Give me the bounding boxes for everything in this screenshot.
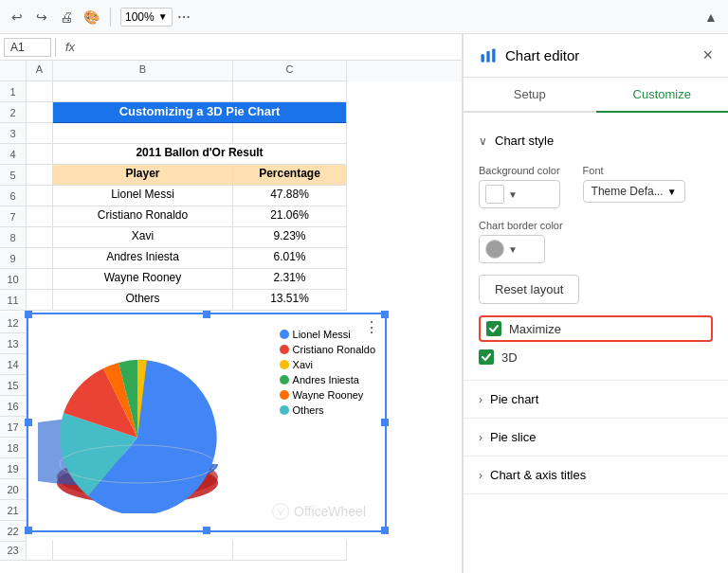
- zoom-selector[interactable]: 100% ▼: [120, 8, 173, 27]
- player-percentage[interactable]: 2.31%: [233, 269, 347, 290]
- legend-label-xavi: Xavi: [293, 359, 313, 370]
- legend-item-messi: Lionel Messi: [280, 329, 375, 340]
- tab-customize[interactable]: Customize: [596, 78, 729, 113]
- background-color-picker[interactable]: ▼: [479, 180, 560, 208]
- grid-cell[interactable]: [27, 248, 53, 269]
- player-percentage[interactable]: 21.06%: [233, 206, 347, 227]
- border-color-row: Chart border color ▼: [479, 220, 713, 263]
- player-name[interactable]: Lionel Messi: [53, 186, 233, 206]
- player-name[interactable]: Wayne Rooney: [53, 269, 233, 290]
- table-row: 9 Andres Iniesta 6.01%: [0, 248, 462, 269]
- grid-cell[interactable]: [53, 81, 233, 102]
- print-icon[interactable]: 🖨: [57, 8, 76, 27]
- player-name[interactable]: Andres Iniesta: [53, 248, 233, 269]
- legend-label-iniesta: Andres Iniesta: [293, 374, 359, 385]
- grid-cell[interactable]: [27, 227, 53, 248]
- legend-item-xavi: Xavi: [280, 359, 375, 370]
- table-row: 10 Wayne Rooney 2.31%: [0, 269, 462, 290]
- legend-label-ronaldo: Cristiano Ronaldo: [293, 344, 375, 355]
- main-content: A1 fx A B C 1: [0, 34, 728, 573]
- maximize-checkbox-row[interactable]: Maximize: [479, 315, 713, 342]
- legend-color-messi: [280, 330, 289, 339]
- background-color-item: Background color ▼: [479, 165, 560, 208]
- maximize-checkbox[interactable]: [486, 321, 501, 336]
- grid-cell[interactable]: [27, 269, 53, 290]
- reset-layout-button[interactable]: Reset layout: [479, 275, 579, 304]
- table-row: 7 Cristiano Ronaldo 21.06%: [0, 206, 462, 227]
- pie-slice-section[interactable]: › Pie slice: [464, 419, 728, 457]
- grid-cell[interactable]: [27, 102, 53, 123]
- grid-cell[interactable]: [53, 123, 233, 144]
- grid-cell[interactable]: [27, 290, 53, 311]
- row-number: 21: [0, 500, 27, 521]
- col-header-a[interactable]: A: [27, 61, 53, 81]
- chart-more-options-icon[interactable]: ⋮: [364, 318, 379, 336]
- undo-icon[interactable]: ↩: [8, 8, 27, 27]
- svg-rect-5: [486, 51, 489, 63]
- table-row: 5 Player Percentage: [0, 165, 462, 186]
- chevron-right-icon: ›: [479, 393, 482, 406]
- font-label: Font: [583, 165, 685, 176]
- grid-cell[interactable]: [27, 81, 53, 102]
- legend-item-ronaldo: Cristiano Ronaldo: [280, 344, 375, 355]
- col-header-c[interactable]: C: [233, 61, 347, 81]
- chart-style-label: Chart style: [495, 134, 554, 148]
- border-color-picker[interactable]: ▼: [479, 235, 545, 263]
- chevron-right-icon: ›: [479, 431, 482, 444]
- grid-cell[interactable]: [27, 144, 53, 165]
- 3d-checkbox-row[interactable]: 3D: [479, 346, 713, 368]
- grid-cell[interactable]: [233, 540, 347, 561]
- player-name[interactable]: Xavi: [53, 227, 233, 248]
- grid-cell[interactable]: [233, 81, 347, 102]
- table-title[interactable]: 2011 Ballon d'Or Result: [53, 144, 347, 165]
- grid-cell[interactable]: [233, 123, 347, 144]
- grid-cell[interactable]: [27, 206, 53, 227]
- col-header-player[interactable]: Player: [53, 165, 233, 186]
- font-picker[interactable]: Theme Defa... ▼: [583, 180, 685, 203]
- svg-rect-6: [492, 48, 495, 62]
- row-number: 13: [0, 333, 27, 354]
- paint-format-icon[interactable]: 🎨: [82, 8, 100, 27]
- row-number: 12: [0, 313, 27, 333]
- pie-chart-section[interactable]: › Pie chart: [464, 381, 728, 419]
- maximize-label: Maximize: [509, 322, 561, 336]
- zoom-arrow-icon: ▼: [158, 11, 168, 22]
- selection-handle-ml: [25, 419, 32, 426]
- cell-reference[interactable]: A1: [4, 38, 51, 57]
- column-headers: A B C: [0, 61, 462, 81]
- chart-container[interactable]: Lionel Messi Cristiano Ronaldo Xavi: [27, 313, 387, 532]
- spreadsheet-title[interactable]: Customizing a 3D Pie Chart: [53, 102, 347, 123]
- grid-cell[interactable]: [27, 123, 53, 144]
- row-number: 7: [0, 206, 27, 227]
- player-name[interactable]: Others: [53, 290, 233, 311]
- player-percentage[interactable]: 13.51%: [233, 290, 347, 311]
- pie-chart-label: Pie chart: [490, 392, 538, 406]
- 3d-checkbox[interactable]: [479, 349, 494, 365]
- redo-icon[interactable]: ↪: [32, 8, 51, 27]
- col-header-b[interactable]: B: [53, 61, 233, 81]
- row-number: 23: [0, 540, 27, 561]
- collapse-icon[interactable]: ▲: [701, 8, 720, 27]
- chart-style-body: Background color ▼ Font Theme Defa... ▼: [464, 157, 728, 380]
- grid-cell[interactable]: [27, 165, 53, 186]
- row-number: 10: [0, 269, 27, 290]
- chart-style-header[interactable]: ∨ Chart style: [464, 124, 728, 157]
- grid-cell[interactable]: [27, 540, 53, 561]
- chart-legend: Lionel Messi Cristiano Ronaldo Xavi: [280, 329, 375, 416]
- toolbar-divider: [110, 8, 111, 27]
- grid-cell[interactable]: [53, 540, 233, 561]
- formula-divider: [55, 38, 56, 57]
- legend-label-others: Others: [293, 404, 324, 416]
- player-percentage[interactable]: 6.01%: [233, 248, 347, 269]
- tab-setup[interactable]: Setup: [464, 78, 596, 111]
- col-header-percentage[interactable]: Percentage: [233, 165, 347, 186]
- player-name[interactable]: Cristiano Ronaldo: [53, 206, 233, 227]
- grid-cell[interactable]: [27, 186, 53, 206]
- player-percentage[interactable]: 9.23%: [233, 227, 347, 248]
- chart-axis-titles-section[interactable]: › Chart & axis titles: [464, 457, 728, 494]
- row-number: 19: [0, 458, 27, 479]
- legend-color-xavi: [280, 360, 289, 369]
- close-button[interactable]: ×: [702, 45, 713, 65]
- player-percentage[interactable]: 47.88%: [233, 186, 347, 206]
- more-options-icon[interactable]: ···: [178, 9, 191, 24]
